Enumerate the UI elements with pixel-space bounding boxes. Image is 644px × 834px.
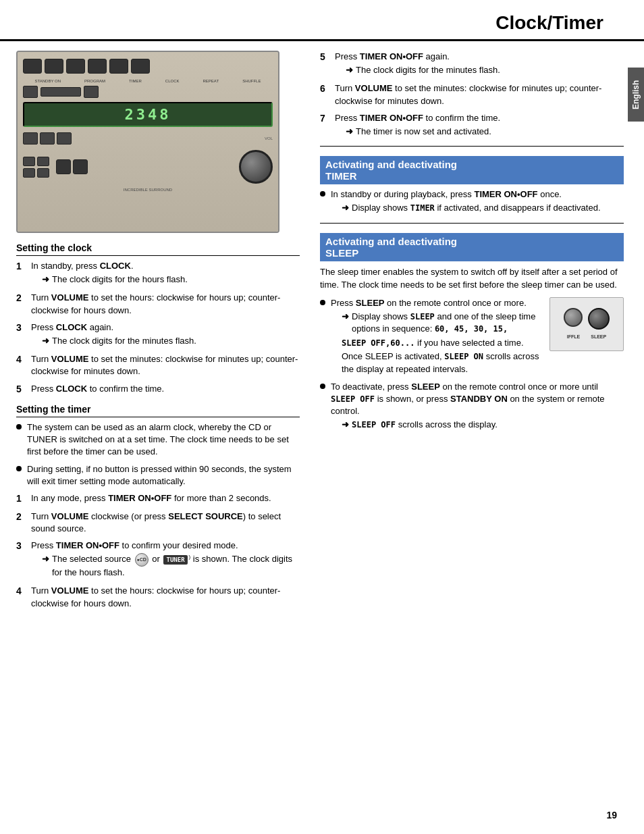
timer-bullet-1: The system can be used as an alarm clock… <box>16 421 300 459</box>
clock-step-2: 2 Turn VOLUME to set the hours: clockwis… <box>16 292 300 316</box>
sleep-arrow-1: ➜ Display shows SLEEP and one of the sle… <box>342 311 543 335</box>
clock-step-5: 5 Press CLOCK to confirm the time. <box>16 383 300 396</box>
device-shuffle-btn <box>131 59 150 74</box>
timer-steps-continued: 5 Press TIMER ON•OFF again. ➜ The clock … <box>320 51 624 139</box>
device-top-row <box>18 52 278 78</box>
device-rev-btn <box>23 157 35 166</box>
tuner-badge: TUNER <box>163 555 187 565</box>
device-cd-btn <box>56 159 71 174</box>
page-wrapper: Clock/Timer English <box>0 0 644 834</box>
page-title: Clock/Timer <box>495 12 603 33</box>
device-incredible-label: INCREDIBLE SURROUND <box>18 186 278 193</box>
right-column: 5 Press TIMER ON•OFF again. ➜ The clock … <box>313 41 624 615</box>
clock-step-4: 4 Turn VOLUME to set the minutes: clockw… <box>16 353 300 377</box>
left-column: STANDBY ON PROGRAM TIMER CLOCK REPEAT SH… <box>16 41 313 615</box>
device-band-btn <box>23 86 38 98</box>
setting-timer-heading: Setting the timer <box>16 404 300 417</box>
clock-step-1: 1 In standby, press CLOCK. ➜ The clock d… <box>16 260 300 287</box>
timer-activation-bullets: In standby or during playback, press TIM… <box>320 188 624 215</box>
device-program-btn <box>45 59 63 74</box>
title-bar: Clock/Timer <box>0 0 644 41</box>
page-number: 19 <box>606 810 617 820</box>
clock-steps-list: 1 In standby, press CLOCK. ➜ The clock d… <box>16 260 300 396</box>
device-next-btn <box>37 157 49 166</box>
separator-2 <box>320 223 624 224</box>
device-image: STANDBY ON PROGRAM TIMER CLOCK REPEAT SH… <box>16 51 279 233</box>
device-volume-knob <box>239 150 273 184</box>
right-col-top: 5 Press TIMER ON•OFF again. ➜ The clock … <box>320 41 624 432</box>
timer-activation-arrow: ➜ Display shows TIMER if activated, and … <box>342 202 601 214</box>
sleep-buttons-row <box>564 308 610 330</box>
timer-activation-bullet: In standby or during playback, press TIM… <box>320 188 624 215</box>
device-repeat-btn <box>109 59 128 74</box>
timer-step-2: 2 Turn VOLUME clockwise (or press SELECT… <box>16 511 300 535</box>
timer-step-3: 3 Press TIMER ON•OFF to confirm your des… <box>16 540 300 580</box>
device-body: STANDBY ON PROGRAM TIMER CLOCK REPEAT SH… <box>18 52 278 232</box>
bullet-dot-sleep-2 <box>320 384 325 389</box>
clock-step-3: 3 Press CLOCK again. ➜ The clock digits … <box>16 321 300 348</box>
device-prev-btn <box>23 168 35 178</box>
device-label-row-top: STANDBY ON PROGRAM TIMER CLOCK REPEAT SH… <box>18 78 278 84</box>
language-tab: English <box>628 68 644 122</box>
device-band-display <box>41 87 81 97</box>
setting-clock-section: Setting the clock 1 In standby, press CL… <box>16 242 300 396</box>
setting-clock-heading: Setting the clock <box>16 242 300 256</box>
activating-timer-heading: Activating and deactivating TIMER <box>320 156 624 184</box>
bullet-dot-timer <box>320 191 325 197</box>
activating-sleep-section: Activating and deactivating SLEEP The sl… <box>320 233 624 433</box>
sleep-bullets: IFFLE SLEEP Press SLEEP on the remote co… <box>320 297 624 433</box>
sleep-labels-row: IFFLE SLEEP <box>567 334 606 340</box>
bullet-dot-sleep-1 <box>320 300 325 305</box>
timer-step-6: 6 Turn VOLUME to set the minutes: clockw… <box>320 82 624 107</box>
timer-step7-arrow: ➜ The timer is now set and activated. <box>346 126 624 138</box>
timer-steps-list: 1 In any mode, press TIMER ON•OFF for mo… <box>16 492 300 610</box>
timer-bullet-2: During setting, if no button is pressed … <box>16 463 300 488</box>
timer-bullets: The system can be used as an alarm clock… <box>16 421 300 488</box>
sleep-remote-image: IFFLE SLEEP <box>549 297 624 351</box>
clock-step1-arrow: ➜ The clock digits for the hours flash. <box>42 273 300 286</box>
device-disc-btn <box>57 132 72 145</box>
sleep-intro: The sleep timer enables the system to sw… <box>320 265 624 292</box>
setting-timer-section: Setting the timer The system can be used… <box>16 404 300 610</box>
device-extra-btn <box>84 86 99 98</box>
cd-icon: ●CD <box>135 553 149 567</box>
sleep-circle-btn-active <box>588 308 610 330</box>
activating-sleep-heading: Activating and deactivating SLEEP <box>320 233 624 261</box>
sleep-bullet-1: IFFLE SLEEP Press SLEEP on the remote co… <box>320 297 624 376</box>
device-clock-btn <box>88 59 107 74</box>
device-timer-btn <box>66 59 85 74</box>
timer-step3-arrow: ➜ The selected source ●CD or TUNER) is s… <box>42 553 300 579</box>
bullet-dot-1 <box>16 424 22 429</box>
device-play-btn <box>23 132 38 145</box>
device-display-screen: 2348 <box>23 102 273 127</box>
timer-step-1: 1 In any mode, press TIMER ON•OFF for mo… <box>16 492 300 506</box>
activating-timer-section: Activating and deactivating TIMER In sta… <box>320 156 624 215</box>
device-vol-label: VOL <box>265 136 273 140</box>
sleep-bullet-2: To deactivate, press SLEEP on the remote… <box>320 381 624 433</box>
content-area: STANDBY ON PROGRAM TIMER CLOCK REPEAT SH… <box>0 41 644 628</box>
device-sel-btn <box>73 159 88 174</box>
device-standby-btn <box>23 59 42 74</box>
device-fwd-btn <box>37 168 49 178</box>
timer-step-4: 4 Turn VOLUME to set the hours: clockwis… <box>16 585 300 609</box>
clock-step3-arrow: ➜ The clock digits for the minutes flash… <box>42 335 300 347</box>
separator-1 <box>320 146 624 147</box>
timer-step5-arrow: ➜ The clock digits for the minutes flash… <box>346 64 624 76</box>
device-stop-btn <box>40 132 55 145</box>
timer-step-7: 7 Press TIMER ON•OFF to confirm the time… <box>320 112 624 139</box>
sleep-circle-btn-1 <box>564 308 583 327</box>
sleep-arrow-3: ➜ SLEEP OFF scrolls across the display. <box>342 419 624 431</box>
timer-step-5: 5 Press TIMER ON•OFF again. ➜ The clock … <box>320 51 624 78</box>
bullet-dot-2 <box>16 466 22 471</box>
